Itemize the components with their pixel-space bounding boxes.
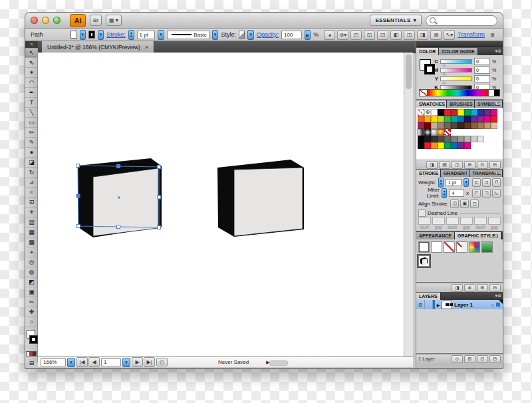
new-swatch-icon[interactable]: ⊡ [477,161,488,169]
tab-layers[interactable]: LAYERS [416,293,441,300]
distribute-bottom-icon[interactable]: ◨ [417,30,428,40]
slider-value-field[interactable]: 0 [474,58,490,65]
vertical-scroll-thumb[interactable] [406,55,412,89]
pen-tool[interactable]: ✒ [25,88,38,98]
tab-appearance[interactable]: APPEARANCE [416,232,455,239]
swatch[interactable] [451,136,458,142]
handle-bottom-center[interactable] [117,225,120,229]
swatch[interactable] [464,122,471,129]
stroke-panel-link[interactable]: Stroke: [106,31,126,38]
stroke-weight-dropdown[interactable]: ▼ [158,30,164,40]
weight-dropdown[interactable]: ▼ [464,178,469,187]
black-swatch[interactable] [494,90,499,96]
target-circle-icon[interactable]: ○ [491,303,494,307]
handle-top-right[interactable] [158,166,161,169]
direct-selection-tool[interactable]: ⇖ [25,58,38,68]
workspace-switcher-button[interactable]: ESSENTIALS ▾ [370,15,422,26]
swatch[interactable] [451,142,458,149]
butt-cap-icon[interactable]: ⊏ [472,178,481,187]
color-panel-menu-icon[interactable]: ▾≣ [495,49,501,54]
stroke-swatch[interactable] [29,335,38,344]
blob-brush-tool[interactable]: ● [25,148,38,158]
swatch[interactable] [477,136,484,142]
magic-wand-tool[interactable]: ✶ [25,68,38,78]
free-transform-tool[interactable]: ⊡ [25,198,38,207]
dash-field[interactable] [418,217,431,225]
controlbar-menu-icon[interactable]: ≣ [487,31,497,39]
delete-layer-icon[interactable]: ⊟ [489,355,501,363]
swatch[interactable] [424,122,431,129]
miter-field[interactable]: 4 [449,190,464,197]
prev-artboard-icon[interactable]: ◀ [88,357,100,367]
vertical-scrollbar[interactable] [404,53,413,356]
distribute-top-icon[interactable]: ◧ [390,30,402,40]
swatch[interactable] [458,109,464,116]
recolor-artwork-icon[interactable]: ◕ [324,30,335,40]
stroke-dropdown-button[interactable]: ▼ [98,30,104,40]
stroke-color-swatch[interactable] [88,31,95,39]
live-paint-selection-tool[interactable]: ◩ [25,277,38,287]
swatches-panel-menu-icon[interactable]: ▾≣ [495,101,501,106]
swatch[interactable] [431,136,438,142]
column-graph-tool[interactable]: ▥ [25,217,38,227]
style-two-tone[interactable] [456,241,467,253]
swatch[interactable] [418,116,424,122]
swatch[interactable] [418,129,424,136]
close-window-icon[interactable] [31,17,38,24]
swatch[interactable] [491,116,497,122]
swatch[interactable] [424,116,431,122]
swatch[interactable] [464,142,471,149]
slider-track[interactable] [440,59,472,64]
new-layer-icon[interactable]: ⊡ [477,355,488,363]
style-green-gradient[interactable] [481,241,493,253]
zoom-level-field[interactable]: 166% [41,358,66,366]
swatch[interactable] [431,129,438,136]
box-right-front-face[interactable] [234,168,303,236]
handle-top-left[interactable] [76,164,80,168]
scale-tool[interactable]: ⊿ [25,178,38,188]
pencil-tool[interactable]: ✎ [25,138,38,148]
miter-join-icon[interactable]: ◸ [472,189,481,198]
swatch[interactable] [458,142,464,149]
align-center-icon[interactable]: ◱ [364,30,375,40]
slider-track[interactable] [440,76,472,81]
warp-tool[interactable]: ≈ [25,188,38,198]
swatch-libraries-icon[interactable]: ◨ [426,161,438,169]
stroke-weight-stepper[interactable]: ▲▼ [128,30,134,40]
fill-dropdown-button[interactable]: ▼ [80,30,86,40]
handle-bottom-left[interactable] [77,225,80,228]
bevel-join-icon[interactable]: ◺ [492,189,501,198]
first-artboard-icon[interactable]: |◀ [76,357,88,367]
opacity-dropdown-button[interactable]: ▶ [305,30,311,40]
artboard-dropdown-button[interactable]: ▼ [122,358,130,367]
swatch[interactable] [438,109,444,116]
minimize-window-icon[interactable] [42,17,49,24]
swatch[interactable] [444,116,451,122]
swatch[interactable] [451,116,458,122]
arrange-documents-button[interactable]: ▦ ▾ [106,15,122,26]
swatch[interactable] [444,142,451,149]
spectrum-gradient[interactable] [428,90,488,96]
delete-swatch-icon[interactable]: ⊟ [489,161,501,169]
new-style-icon[interactable]: ⊞ [477,284,488,292]
layer-name-label[interactable]: Layer 1 [454,302,473,308]
swatch[interactable] [458,136,464,142]
brush-dropdown-button[interactable]: ▼ [212,30,219,40]
swatch[interactable] [424,129,431,136]
style-colorful[interactable] [469,241,480,253]
opacity-panel-link[interactable]: Opacity: [257,31,279,38]
swatch[interactable] [424,136,431,142]
dashed-line-checkbox[interactable] [418,209,426,217]
style-swatch[interactable] [239,31,245,39]
search-input[interactable] [426,15,497,26]
new-sublayer-icon[interactable]: ⊞ [464,355,475,363]
miter-stepper[interactable]: ▲▼ [442,188,448,198]
mesh-tool[interactable]: ▦ [25,227,38,237]
rectangle-tool[interactable]: ▭ [25,118,38,128]
swatch[interactable] [491,109,497,116]
handle-top-center[interactable] [117,165,120,168]
swatch[interactable] [477,116,484,122]
handle-mid-right[interactable] [158,196,161,199]
live-paint-bucket-tool[interactable]: ◍ [25,267,38,277]
expand-triangle-icon[interactable]: ▶ [435,300,442,309]
